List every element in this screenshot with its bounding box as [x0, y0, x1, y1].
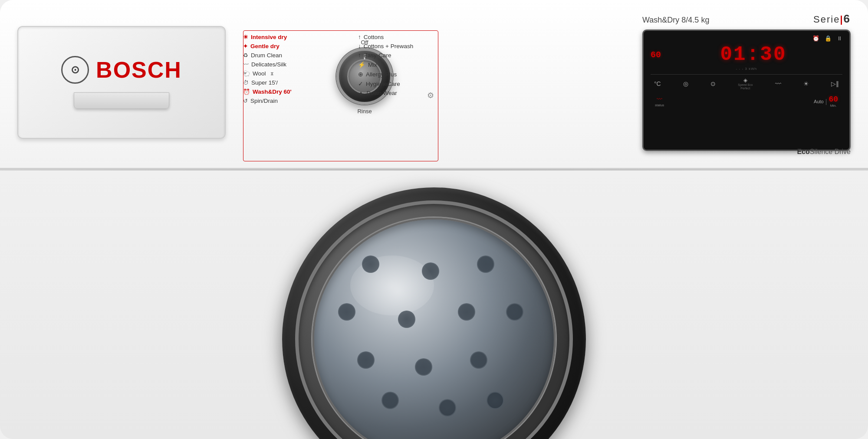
program-spin-drain[interactable]: ↺ Spin/Drain [243, 96, 323, 105]
display-time: 01:30 [664, 43, 842, 66]
display-main-row: 60 01:30 [651, 43, 842, 66]
display-minutes-label: Min. [830, 104, 837, 108]
display-pipe: | [825, 98, 827, 105]
program-easy-care[interactable]: ↑ Easy-Care [358, 51, 438, 60]
program-cottons[interactable]: ↑ Cottons [358, 33, 438, 42]
digital-display: ⏰ 🔒 ⏸ 60 01:30 - - - 3 kWh °C ◎ [642, 29, 851, 151]
wool-extra-icon: ⧗ [270, 71, 274, 76]
drum-hole [357, 351, 375, 369]
top-panel: ⊙ BOSCH ☀ Intensive dry ✦ Gentle dry ♻ [0, 0, 868, 169]
program-list-left: ☀ Intensive dry ✦ Gentle dry ♻ Drum Clea… [243, 33, 323, 158]
drum-hole [458, 303, 475, 321]
brand-logo-area: ⊙ BOSCH [61, 56, 182, 84]
delicates-icon: 〰 [243, 61, 249, 68]
model-info: Wash&Dry 8/4.5 kg Serie|6 [642, 12, 851, 26]
eco-silence-label: EcoSilence Drive [797, 148, 851, 156]
detergent-drawer[interactable]: ⊙ BOSCH [17, 26, 226, 139]
display-sublabel: - - - 3 kWh [651, 67, 842, 71]
drum-hole [506, 303, 523, 321]
allergy-plus-icon: ⊕ [358, 71, 363, 78]
panel-separator [0, 169, 868, 170]
display-icon-lock: 🔒 [825, 35, 832, 42]
drum-hole [487, 392, 504, 409]
display-status-area: 〰 status [655, 96, 664, 107]
program-mix[interactable]: ⚡ Mix [358, 60, 438, 69]
program-wash-dry-60[interactable]: ⏰ Wash&Dry 60' [243, 87, 323, 96]
display-minutes-area: 60 Min. [829, 95, 838, 108]
bosch-logo-circle: ⊙ [61, 56, 89, 84]
display-top-icons: ⏰ 🔒 ⏸ [651, 35, 842, 42]
intensive-dry-icon: ☀ [243, 34, 248, 40]
display-temperature: 60 [651, 50, 661, 60]
washing-machine: ⊙ BOSCH ☀ Intensive dry ✦ Gentle dry ♻ [0, 0, 868, 439]
drum-hole [398, 311, 415, 328]
display-icon-brightness[interactable]: ☀ [803, 80, 809, 87]
program-selector-area: ☀ Intensive dry ✦ Gentle dry ♻ Drum Clea… [243, 33, 438, 158]
wash-dry-icon: ⏰ [243, 88, 250, 95]
program-allergy-plus[interactable]: ⊕ Allergy Plus [358, 69, 438, 79]
display-status-icon: 〰 [657, 96, 662, 102]
program-cottons-prewash[interactable]: ↓ Cottons + Prewash [358, 42, 438, 51]
wool-icon: 🐑 [243, 70, 250, 77]
drawer-handle[interactable] [74, 92, 169, 109]
display-auto-area: Auto | 60 Min. [814, 95, 838, 108]
door-chrome-ring [295, 200, 573, 439]
bottom-panel [0, 169, 868, 439]
door-outer-ring [282, 187, 586, 439]
drum-pattern [314, 220, 554, 439]
super15-icon: ⏱ [243, 79, 249, 86]
mix-icon: ⚡ [358, 61, 365, 68]
program-drum-clean[interactable]: ♻ Drum Clean [243, 51, 323, 60]
drum-hole [477, 256, 494, 273]
door-glass[interactable] [312, 218, 556, 439]
program-wool[interactable]: 🐑 Wool ⧗ [243, 69, 323, 78]
cottons-prewash-icon: ↓ [358, 43, 361, 49]
program-super15[interactable]: ⏱ Super 15'/ [243, 78, 323, 87]
cottons-icon: ↑ [358, 34, 361, 40]
hygiene-care-icon: ✓ [358, 80, 363, 87]
display-icon-timer[interactable]: ⊙ [710, 80, 716, 87]
display-icon-alarm: ⏰ [812, 35, 819, 42]
drum-hole [381, 392, 399, 409]
easy-care-icon: ↑ [358, 52, 361, 59]
capacity-label: Wash&Dry 8/4.5 kg [642, 16, 709, 25]
display-icon-start-pause[interactable]: ▷‖ [831, 80, 839, 87]
series-label: Serie|6 [813, 12, 851, 26]
display-minutes-value: 60 [829, 95, 838, 104]
display-icon-pause: ⏸ [837, 35, 842, 42]
drum-hole [338, 303, 355, 321]
down-wear-icon: ▲ [358, 90, 364, 96]
display-icon-celsius[interactable]: °C [654, 80, 661, 87]
program-down-wear[interactable]: ▲ Down Wear [358, 88, 438, 98]
program-hygiene-care[interactable]: ✓ HygieneCare [358, 79, 438, 88]
gentle-dry-icon: ✦ [243, 43, 248, 49]
display-auto-label: Auto [814, 99, 824, 104]
program-list-right: ↑ Cottons ↓ Cottons + Prewash ↑ Easy-Car… [358, 33, 438, 158]
display-icon-spin-control[interactable]: ◎ [683, 80, 688, 87]
program-delicates-silk[interactable]: 〰 Delicates/Silk [243, 60, 323, 69]
drum-clean-icon: ♻ [243, 52, 248, 59]
display-status-label: status [655, 103, 664, 107]
drum-hole [362, 256, 379, 273]
drum-hole [439, 399, 456, 416]
drum-hole [422, 262, 439, 280]
display-icon-speed-eco-perfect[interactable]: ◈ Speed EcoPerfect [738, 77, 753, 90]
display-icon-wash[interactable]: 〰 [775, 80, 781, 87]
display-status-row: 〰 status Auto | 60 Min. [651, 92, 842, 110]
spin-drain-icon: ↺ [243, 98, 248, 104]
program-gentle-dry[interactable]: ✦ Gentle dry [243, 42, 323, 51]
drum-hole [415, 358, 432, 376]
display-icons-row: °C ◎ ⊙ ◈ Speed EcoPerfect 〰 ☀ [651, 74, 842, 92]
drum-hole [470, 351, 487, 369]
brand-name: BOSCH [96, 57, 182, 83]
program-intensive-dry[interactable]: ☀ Intensive dry [243, 33, 323, 42]
